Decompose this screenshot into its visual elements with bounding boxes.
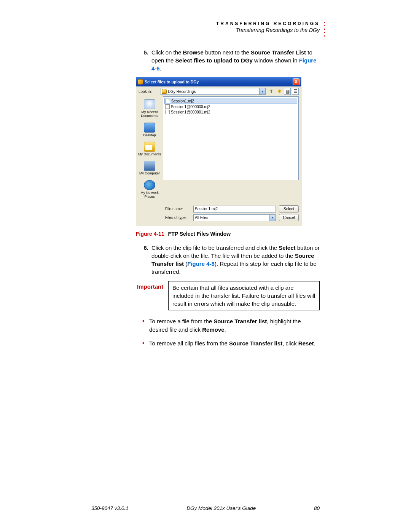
step-5: 5. Click on the Browse button next to th… — [137, 48, 320, 72]
page-footer: 350-9047 v3.0.1 DGy Model 201x User's Gu… — [0, 505, 411, 511]
file-icon — [166, 99, 170, 103]
dialog-title: Select files to upload to DGy — [145, 80, 199, 84]
header-dots — [324, 22, 325, 37]
filename-input[interactable]: Session1.mj2 — [193, 206, 276, 212]
view-icon-1[interactable]: ▦ — [284, 88, 291, 95]
bullet-remove: To remove a file from the Source Transfe… — [144, 317, 320, 334]
desktop-icon — [144, 123, 155, 133]
page-header: TRANSFERRING RECORDINGS Transferring Rec… — [91, 21, 320, 33]
filename-label: File name: — [165, 207, 190, 211]
important-text: Be certain that all files associated wit… — [168, 281, 320, 310]
step-number: 5. — [137, 48, 148, 72]
up-folder-icon[interactable]: ⬆ — [268, 88, 275, 95]
recent-icon — [144, 99, 155, 109]
place-mynetwork[interactable]: My Network Places — [136, 179, 163, 202]
file-list[interactable]: Session1.mj2 Session1@000000.mj2 Session… — [163, 96, 299, 180]
chevron-down-icon[interactable]: ▼ — [259, 88, 265, 94]
footer-title: DGy Model 201x User's Guide — [186, 505, 256, 511]
places-bar: My Recent Documents Desktop My Documents… — [136, 96, 163, 203]
file-icon — [165, 104, 170, 109]
place-mycomputer[interactable]: My Computer — [136, 159, 163, 178]
mynetwork-icon — [144, 180, 155, 190]
footer-pagenum: 80 — [314, 505, 320, 511]
cancel-button[interactable]: Cancel — [279, 214, 299, 221]
file-row[interactable]: Session1@000000.mj2 — [164, 104, 297, 109]
dialog-toolbar: ⬆ ✱ ▦ ☰ — [268, 88, 299, 95]
step-body: Click on the clip file to be transferred… — [151, 244, 320, 276]
select-button[interactable]: Select — [279, 205, 299, 212]
view-icon-2[interactable]: ☰ — [292, 88, 299, 95]
place-desktop[interactable]: Desktop — [136, 121, 163, 140]
header-subtitle: Transferring Recordings to the DGy — [91, 27, 320, 33]
chevron-down-icon[interactable]: ▼ — [269, 215, 276, 221]
lookin-label: Look in: — [139, 89, 158, 94]
header-title: TRANSFERRING RECORDINGS — [91, 21, 320, 26]
filetype-dropdown[interactable]: All Files▼ — [193, 214, 276, 221]
file-select-dialog: Select files to upload to DGy X Look in:… — [136, 77, 301, 226]
dialog-titlebar[interactable]: Select files to upload to DGy X — [136, 77, 301, 86]
important-note: Important Be certain that all files asso… — [137, 281, 320, 310]
step-6: 6. Click on the clip file to be transfer… — [137, 244, 320, 276]
app-icon — [138, 79, 143, 85]
mycomputer-icon — [144, 161, 155, 171]
figure-caption: Figure 4-11 FTP Select Files Window — [136, 231, 320, 237]
place-recent[interactable]: My Recent Documents — [136, 98, 163, 121]
filetype-label: Files of type: — [165, 216, 190, 220]
mydocuments-icon — [144, 142, 155, 152]
folder-icon — [162, 89, 167, 94]
lookin-dropdown[interactable]: DGy Recordings ▼ — [161, 88, 266, 95]
step-number: 6. — [137, 244, 148, 276]
important-label: Important — [137, 281, 164, 310]
step-body: Click on the Browse button next to the S… — [151, 48, 320, 72]
new-folder-icon[interactable]: ✱ — [276, 88, 283, 95]
file-row[interactable]: Session1.mj2 — [164, 98, 297, 104]
footer-docnum: 350-9047 v3.0.1 — [91, 505, 129, 511]
bullet-reset: To remove all clip files from the Source… — [144, 339, 320, 348]
figure-4-8-link[interactable]: Figure 4-8 — [187, 260, 215, 267]
file-row[interactable]: Session1@000001.mj2 — [164, 109, 297, 115]
file-icon — [165, 110, 170, 114]
place-mydocuments[interactable]: My Documents — [136, 140, 163, 159]
close-button[interactable]: X — [293, 78, 299, 85]
